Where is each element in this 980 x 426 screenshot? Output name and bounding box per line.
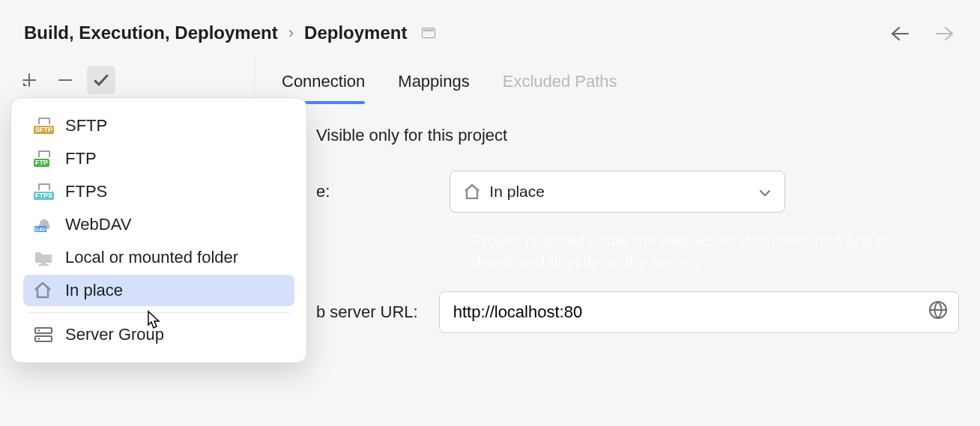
popup-item-ftp[interactable]: FTP FTP	[23, 143, 294, 174]
type-select[interactable]: In place	[450, 171, 785, 213]
popup-item-local-folder[interactable]: Local or mounted folder	[23, 242, 294, 273]
ftps-icon: FTPS	[34, 183, 55, 200]
breadcrumb-separator-icon: ›	[288, 23, 294, 43]
chevron-down-icon	[759, 183, 771, 201]
nav-back-button[interactable]	[889, 22, 911, 45]
tab-connection[interactable]: Connection	[282, 63, 365, 102]
breadcrumb-parent[interactable]: Build, Execution, Deployment	[24, 22, 278, 43]
ftp-icon: FTP	[34, 150, 55, 167]
svg-rect-3	[41, 261, 46, 264]
sftp-icon: SFTP	[34, 118, 55, 134]
svg-point-8	[38, 338, 40, 340]
webdav-icon: DAV	[34, 216, 55, 233]
popup-item-in-place[interactable]: In place	[23, 275, 294, 306]
web-server-url-input[interactable]	[439, 291, 959, 333]
popup-item-sftp[interactable]: SFTP SFTP	[23, 110, 294, 142]
svg-rect-5	[35, 328, 52, 333]
type-label: e:	[316, 182, 330, 201]
svg-text:DAV: DAV	[35, 227, 46, 232]
home-icon	[464, 184, 480, 199]
main-panel: Connection Mappings Excluded Paths Visib…	[254, 57, 980, 350]
popup-item-ftps[interactable]: FTPS FTPS	[23, 176, 294, 207]
type-description: Project is stored under the web server d…	[472, 229, 959, 273]
visible-only-label: Visible only for this project	[316, 126, 959, 145]
svg-point-7	[38, 329, 40, 332]
remove-button[interactable]	[51, 66, 79, 94]
globe-icon[interactable]	[928, 300, 948, 324]
svg-rect-4	[38, 264, 49, 266]
breadcrumb: Build, Execution, Deployment › Deploymen…	[0, 0, 980, 57]
tab-mappings[interactable]: Mappings	[398, 63, 469, 102]
set-default-button[interactable]	[87, 66, 115, 94]
url-label: b server URL:	[316, 302, 418, 322]
window-icon	[422, 28, 435, 38]
popup-separator	[28, 312, 290, 313]
url-field[interactable]	[453, 302, 928, 322]
server-type-popup: SFTP SFTP FTP FTP FTPS FTPS DAV WebDAV L…	[10, 97, 307, 363]
tabs: Connection Mappings Excluded Paths	[282, 63, 959, 105]
add-button[interactable]	[15, 66, 43, 94]
popup-item-server-group[interactable]: Server Group	[23, 319, 294, 350]
type-select-value: In place	[489, 183, 545, 201]
folder-icon	[34, 249, 55, 266]
svg-rect-6	[35, 336, 52, 341]
breadcrumb-current: Deployment	[304, 22, 407, 43]
server-group-icon	[34, 326, 55, 343]
tab-excluded-paths[interactable]: Excluded Paths	[503, 63, 617, 102]
home-icon	[34, 282, 55, 299]
nav-forward-button[interactable]	[934, 22, 956, 45]
popup-item-webdav[interactable]: DAV WebDAV	[23, 209, 294, 240]
